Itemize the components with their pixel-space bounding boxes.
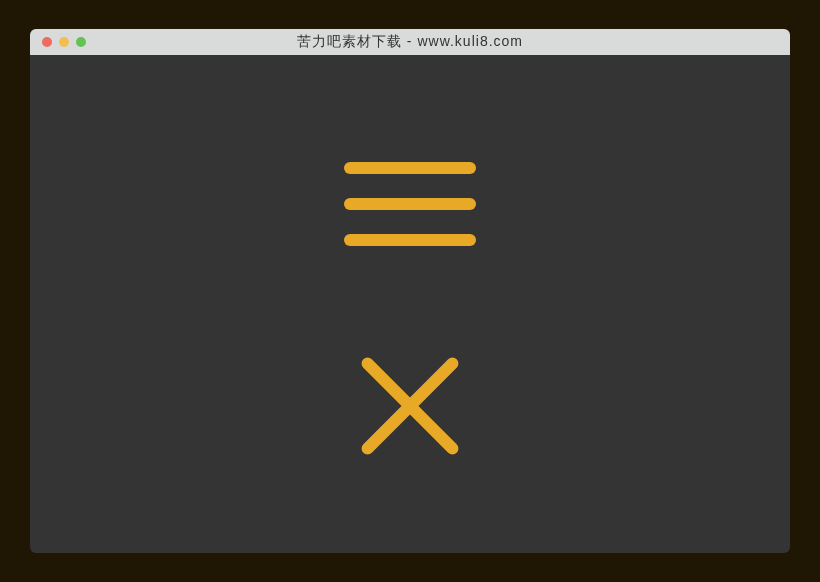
close-x-icon[interactable] (360, 356, 460, 456)
close-window-button[interactable] (42, 37, 52, 47)
content-area (30, 55, 790, 553)
traffic-lights (30, 37, 86, 47)
hamburger-line (344, 198, 476, 210)
maximize-window-button[interactable] (76, 37, 86, 47)
titlebar: 苦力吧素材下载 - www.kuli8.com (30, 29, 790, 55)
minimize-window-button[interactable] (59, 37, 69, 47)
hamburger-menu-icon[interactable] (344, 162, 476, 246)
app-window: 苦力吧素材下载 - www.kuli8.com (30, 29, 790, 553)
hamburger-line (344, 234, 476, 246)
window-title: 苦力吧素材下载 - www.kuli8.com (30, 33, 790, 51)
hamburger-line (344, 162, 476, 174)
